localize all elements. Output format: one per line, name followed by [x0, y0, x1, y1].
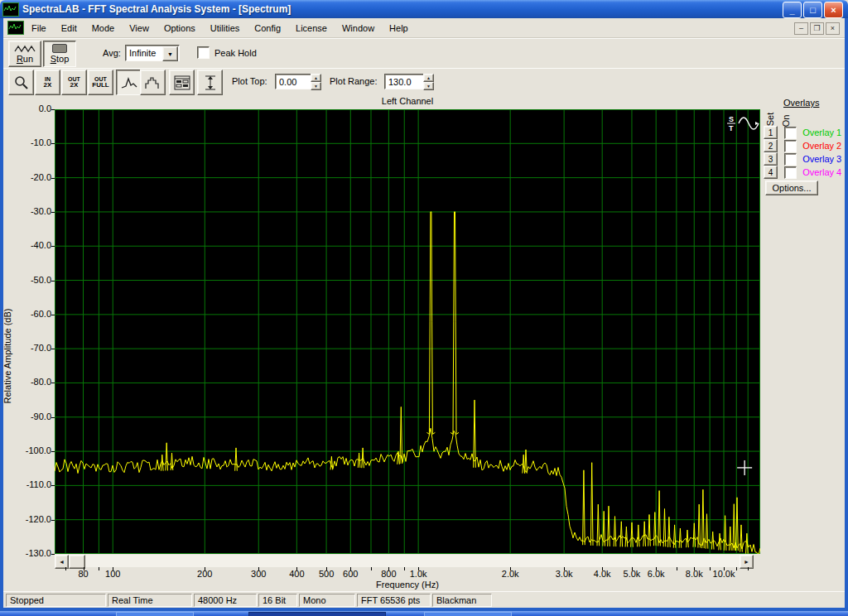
zoom-toolbar: IN2X OUT2X OUTFULL Plot Top: 0.00 ▲ ▼ Pl…	[3, 68, 845, 96]
x-axis-label: Frequency (Hz)	[55, 580, 760, 590]
spin-up-icon[interactable]: ▲	[311, 74, 321, 82]
display-settings-button[interactable]	[169, 70, 195, 95]
x-tick-label: 2.0k	[492, 569, 528, 579]
overlay-label: Overlay 2	[802, 141, 841, 151]
y-tick-mark	[51, 315, 55, 315]
y-tick-mark	[51, 417, 55, 418]
taskbar-button-active[interactable]	[248, 612, 386, 616]
y-tick-label: -10.0	[15, 137, 51, 147]
y-tick-mark	[51, 451, 55, 452]
y-tick-label: -70.0	[15, 343, 51, 353]
zoom-tool-button[interactable]	[8, 70, 34, 95]
y-tick-mark	[51, 383, 55, 383]
mdi-close-button[interactable]: ×	[826, 22, 840, 35]
frequency-scrollbar[interactable]: ◄ ►	[55, 555, 754, 567]
spin-up-icon[interactable]: ▲	[423, 74, 434, 82]
x-tick-label: 200	[186, 569, 223, 579]
spin-down-icon[interactable]: ▼	[423, 82, 434, 90]
close-button[interactable]: ×	[824, 2, 843, 18]
y-tick-label: -130.0	[15, 548, 51, 558]
x-tick-label: 300	[240, 569, 277, 579]
y-tick-label: -60.0	[15, 309, 51, 319]
mdi-restore-button[interactable]: ❐	[810, 22, 824, 35]
window-border-left	[0, 18, 3, 610]
scroll-left-icon[interactable]: ◄	[55, 555, 69, 569]
plot-range-input[interactable]: 130.0	[384, 74, 426, 89]
y-tick-label: 0.0	[15, 103, 51, 113]
svg-text:T: T	[729, 124, 734, 132]
vertical-range-button[interactable]	[197, 70, 223, 95]
status-window-function: Blackman	[432, 594, 492, 607]
overlay-row: 2 Overlay 2	[764, 139, 846, 152]
zoom-in-2x-button[interactable]: IN2X	[35, 70, 60, 95]
y-tick-label: -90.0	[15, 411, 51, 421]
plot-range-spinner[interactable]: ▲ ▼	[423, 74, 434, 90]
menu-window[interactable]: Window	[335, 21, 382, 36]
plot-top-spinner[interactable]: ▲ ▼	[311, 74, 321, 90]
title-bar[interactable]: SpectraLAB - FFT Spectral Analysis Syste…	[0, 0, 848, 18]
bar-display-button[interactable]	[140, 70, 166, 95]
peak-hold-checkbox[interactable]	[197, 46, 210, 59]
overlay-set-button[interactable]: 3	[764, 152, 778, 166]
x-tick-label: 600	[332, 569, 369, 579]
scroll-right-icon[interactable]: ►	[740, 555, 754, 569]
menu-options[interactable]: Options	[157, 21, 203, 36]
y-tick-mark	[51, 212, 55, 213]
vertical-arrows-icon	[204, 75, 217, 91]
overlay-set-button[interactable]: 2	[764, 139, 778, 152]
combo-dropdown-arrow[interactable]: ▼	[162, 46, 178, 61]
status-bar: Stopped Real Time 48000 Hz 16 Bit Mono F…	[3, 591, 845, 608]
maximize-button[interactable]: □	[803, 2, 822, 18]
overlay-on-checkbox[interactable]	[784, 153, 797, 166]
y-tick-label: -30.0	[15, 206, 51, 216]
menu-license[interactable]: License	[288, 21, 335, 36]
menu-help[interactable]: Help	[382, 21, 416, 36]
mdi-minimize-button[interactable]: –	[794, 22, 808, 35]
run-button[interactable]: Run	[8, 41, 41, 67]
plot-range-label: Plot Range:	[330, 76, 377, 86]
svg-text:S: S	[729, 115, 734, 123]
stop-button[interactable]: Stop	[43, 41, 76, 67]
x-tick-label: 10.0k	[706, 569, 742, 579]
menu-edit[interactable]: Edit	[54, 21, 84, 36]
overlay-set-button[interactable]: 1	[764, 126, 778, 139]
menu-mode[interactable]: Mode	[84, 21, 123, 36]
zoom-out-full-button[interactable]: OUTFULL	[88, 70, 113, 95]
status-channels: Mono	[299, 594, 355, 607]
spectrum-curve-icon	[121, 76, 137, 89]
y-tick-mark	[51, 520, 55, 521]
y-tick-label: -80.0	[15, 377, 51, 387]
zoom-out-2x-button[interactable]: OUT2X	[61, 70, 87, 95]
y-tick-mark	[51, 281, 55, 282]
menu-file[interactable]: File	[24, 21, 54, 36]
overlay-on-checkbox[interactable]	[784, 140, 797, 152]
overlays-options-button[interactable]: Options...	[765, 180, 818, 195]
status-bit-depth: 16 Bit	[258, 594, 297, 607]
line-display-button[interactable]	[116, 70, 142, 95]
menu-config[interactable]: Config	[247, 21, 288, 36]
bar-chart-icon	[145, 76, 161, 89]
taskbar-button[interactable]	[424, 612, 512, 616]
overlays-list: 1 Overlay 12 Overlay 23 Overlay 34 Overl…	[764, 126, 846, 179]
mdi-document-icon[interactable]	[7, 21, 24, 35]
menu-view[interactable]: View	[122, 21, 157, 36]
x-tick-mark	[748, 567, 749, 570]
overlay-on-checkbox[interactable]	[784, 127, 797, 139]
status-sample-rate: 48000 Hz	[194, 594, 257, 607]
magnifier-icon	[14, 75, 29, 90]
status-run-state: Stopped	[6, 594, 106, 607]
waveform-icon	[14, 45, 36, 53]
taskbar-button[interactable]	[116, 612, 194, 616]
overlay-on-checkbox[interactable]	[784, 166, 797, 179]
peak-hold-label: Peak Hold	[214, 48, 257, 58]
window-title: SpectraLAB - FFT Spectral Analysis Syste…	[22, 3, 291, 15]
menu-utilities[interactable]: Utilities	[203, 21, 247, 36]
overlay-row: 4 Overlay 4	[764, 166, 846, 179]
minimize-button[interactable]: _	[783, 2, 802, 18]
overlay-label: Overlay 3	[802, 154, 841, 164]
plot-top-input[interactable]: 0.00	[275, 74, 313, 89]
avg-combobox[interactable]: Infinite ▼	[125, 45, 180, 61]
spin-down-icon[interactable]: ▼	[311, 82, 321, 90]
overlays-title[interactable]: Overlays	[783, 98, 819, 108]
overlay-set-button[interactable]: 4	[764, 166, 778, 179]
